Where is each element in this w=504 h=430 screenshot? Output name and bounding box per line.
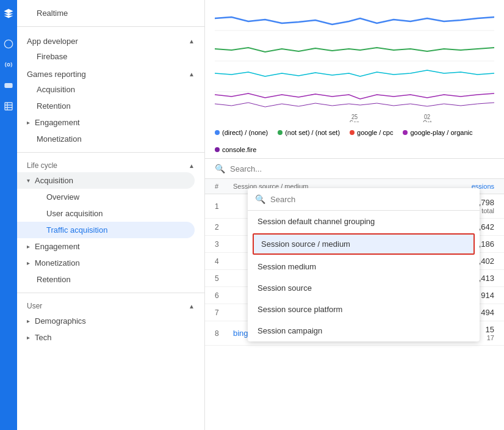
lifecycle-acquisition-expand-icon: ▾ [27, 177, 30, 184]
games-icon[interactable] [0, 77, 17, 94]
sidebar-item-monetization-games[interactable]: Monetization [17, 131, 195, 147]
row-num-3: 3 [215, 240, 233, 249]
legend-google-cpc-dot [350, 130, 355, 135]
user-acquisition-label: User acquisition [46, 209, 103, 218]
row-num-6: 6 [215, 291, 233, 300]
dropdown-item-session-source[interactable]: Session source [248, 277, 480, 299]
dropdown-item-session-source-medium[interactable]: Session source / medium [253, 233, 475, 255]
engagement-games-expand-icon: ▸ [27, 119, 30, 126]
row-num-4: 4 [215, 257, 233, 266]
svg-rect-3 [5, 103, 12, 110]
legend-google-play: google-play / organic [403, 129, 472, 136]
legend-direct: (direct) / (none) [215, 129, 268, 136]
sidebar-item-lifecycle-acquisition[interactable]: ▾ Acquisition [17, 172, 195, 189]
lifecycle-engagement-label: Engagement [35, 242, 80, 251]
monetization-games-label: Monetization [37, 134, 82, 144]
lifecycle-monetization-label: Monetization [35, 258, 80, 268]
search-input[interactable] [230, 164, 494, 173]
sidebar-item-engagement-games[interactable]: ▸ Engagement [17, 114, 195, 131]
realtime-icon[interactable] [0, 56, 17, 73]
table-icon[interactable] [0, 98, 17, 115]
svg-text:Sep: Sep [350, 120, 359, 122]
sidebar-item-user-acquisition[interactable]: User acquisition [17, 205, 195, 222]
chart-legend: (direct) / (none) (not set) / (not set) … [215, 124, 494, 158]
dropdown-search-icon: 🔍 [255, 194, 265, 204]
sidebar-item-lifecycle-retention[interactable]: Retention [17, 271, 195, 288]
sidebar-section-user[interactable]: User ▲ [17, 298, 204, 313]
sidebar-item-acquisition-games[interactable]: Acquisition [17, 81, 195, 98]
divider-1 [17, 26, 204, 27]
sidebar-item-lifecycle-monetization[interactable]: ▸ Monetization [17, 255, 195, 271]
divider-3 [17, 293, 204, 293]
legend-console: console.fire [215, 146, 256, 153]
chart-area: 25 Sep 02 Oct (direct) / (none) (not set… [205, 0, 504, 159]
dropdown-search-area: 🔍 [248, 188, 480, 211]
tech-expand-icon: ▸ [27, 334, 30, 341]
row-num-1: 1 [215, 202, 233, 211]
sidebar-item-lifecycle-engagement[interactable]: ▸ Engagement [17, 238, 195, 255]
dropdown-item-session-source-platform[interactable]: Session source platform [248, 299, 480, 320]
legend-notset-dot [278, 130, 283, 135]
divider-2 [17, 152, 204, 153]
nav-sidebar: Realtime App developer ▲ Firebase Games … [17, 0, 205, 430]
dimension-dropdown: 🔍 Session default channel grouping Sessi… [248, 188, 480, 341]
row-num-2: 2 [215, 223, 233, 231]
acquisition-games-label: Acquisition [37, 85, 75, 94]
col-num-header: # [215, 183, 233, 190]
app-logo-icon[interactable] [0, 5, 17, 22]
sidebar-item-overview[interactable]: Overview [17, 189, 195, 205]
sidebar-section-lifecycle[interactable]: Life cycle ▲ [17, 158, 204, 172]
lifecycle-chevron: ▲ [189, 162, 195, 169]
app-developer-label: App developer [27, 37, 78, 46]
lifecycle-monetization-expand-icon: ▸ [27, 260, 30, 266]
legend-google-cpc-label: google / cpc [357, 129, 393, 136]
dropdown-search-input[interactable] [270, 195, 472, 204]
legend-google-play-dot [403, 130, 408, 135]
legend-direct-label: (direct) / (none) [222, 129, 268, 136]
row-num-7: 7 [215, 308, 233, 317]
legend-google-cpc: google / cpc [350, 129, 393, 136]
sidebar-item-tech[interactable]: ▸ Tech [17, 329, 195, 346]
dropdown-item-session-campaign[interactable]: Session campaign [248, 320, 480, 341]
legend-console-label: console.fire [222, 146, 256, 153]
legend-google-play-label: google-play / organic [410, 129, 472, 136]
lifecycle-retention-label: Retention [37, 275, 71, 284]
main-content: 25 Sep 02 Oct (direct) / (none) (not set… [205, 0, 504, 430]
sidebar-item-traffic-acquisition[interactable]: Traffic acquisition [17, 222, 195, 238]
overview-label: Overview [46, 192, 79, 202]
demographics-expand-icon: ▸ [27, 318, 30, 324]
dropdown-item-session-medium[interactable]: Session medium [248, 256, 480, 277]
legend-direct-dot [215, 130, 220, 135]
icon-sidebar [0, 0, 17, 430]
svg-text:Oct: Oct [423, 120, 432, 122]
home-icon[interactable] [0, 35, 17, 53]
sidebar-item-retention-games[interactable]: Retention [17, 98, 195, 114]
engagement-games-label: Engagement [35, 118, 80, 127]
games-reporting-chevron: ▲ [189, 71, 195, 78]
sidebar-item-firebase[interactable]: Firebase [17, 48, 195, 65]
sidebar-item-realtime[interactable]: Realtime [17, 5, 195, 21]
sidebar-section-games-reporting[interactable]: Games reporting ▲ [17, 65, 204, 81]
tech-label: Tech [35, 333, 51, 342]
table-area: 🔍 # Session source / medium essions 1 36… [205, 159, 504, 430]
legend-notset-label: (not set) / (not set) [285, 129, 340, 136]
sidebar-item-demographics[interactable]: ▸ Demographics [17, 313, 195, 329]
row-num-5: 5 [215, 274, 233, 283]
lifecycle-engagement-expand-icon: ▸ [27, 243, 30, 250]
svg-rect-2 [4, 83, 12, 88]
app-developer-chevron: ▲ [189, 38, 195, 45]
legend-notset: (not set) / (not set) [278, 129, 340, 136]
lifecycle-acquisition-label: Acquisition [35, 176, 73, 185]
firebase-label: Firebase [37, 52, 68, 61]
sidebar-realtime-label: Realtime [37, 9, 68, 18]
svg-point-1 [7, 64, 10, 66]
user-chevron: ▲ [189, 303, 195, 310]
sidebar-section-app-developer[interactable]: App developer ▲ [17, 32, 204, 48]
retention-games-label: Retention [37, 101, 71, 111]
games-reporting-label: Games reporting [27, 70, 86, 79]
search-bar: 🔍 [205, 159, 504, 179]
chart-svg: 25 Sep 02 Oct [215, 0, 494, 122]
dropdown-item-default-channel[interactable]: Session default channel grouping [248, 211, 480, 232]
lifecycle-label: Life cycle [27, 161, 57, 170]
traffic-acquisition-label: Traffic acquisition [46, 225, 107, 235]
